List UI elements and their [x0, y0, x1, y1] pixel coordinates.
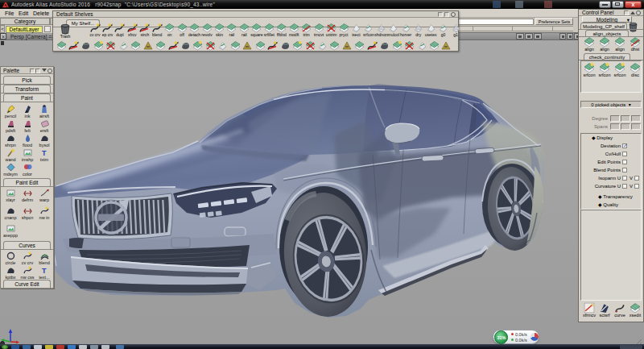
svg-text:T: T	[42, 267, 47, 275]
svg-text:T: T	[42, 149, 47, 157]
